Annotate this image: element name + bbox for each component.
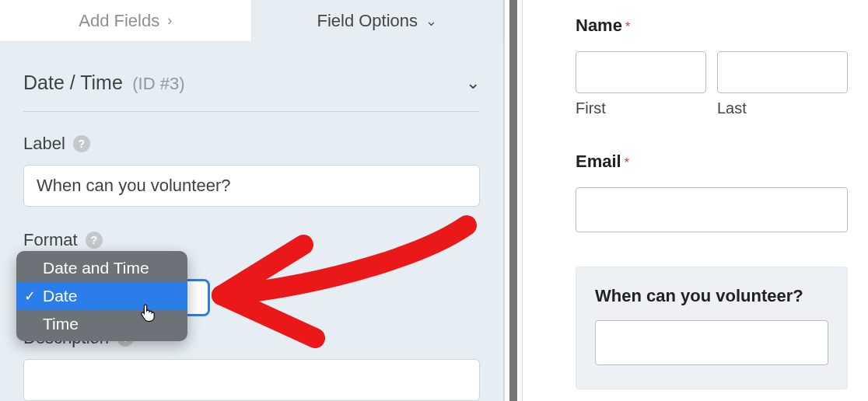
last-name-input[interactable]	[717, 51, 848, 93]
format-option-label: Date and Time	[43, 259, 149, 277]
format-dropdown[interactable]: Date and Time ✓ Date Time	[16, 251, 187, 341]
required-mark: *	[625, 156, 629, 169]
tab-add-fields[interactable]: Add Fields ›	[0, 0, 252, 42]
label-field-group: Label ?	[23, 134, 480, 207]
volunteer-date-input[interactable]	[595, 320, 828, 365]
first-sublabel: First	[576, 99, 706, 117]
section-id: (ID #3)	[132, 74, 184, 93]
last-sublabel: Last	[717, 99, 848, 117]
format-select-edge	[187, 279, 210, 316]
field-options-panel: Add Fields › Field Options ⌄ Date / Time…	[0, 0, 504, 401]
format-field-label: Format	[23, 230, 78, 250]
required-mark: *	[625, 20, 630, 33]
volunteer-field[interactable]: When can you volunteer?	[576, 267, 848, 389]
first-name-input[interactable]	[576, 51, 706, 93]
label-field-label: Label	[23, 134, 65, 154]
format-option-time[interactable]: Time	[16, 310, 187, 338]
collapse-icon: ⌄	[466, 73, 480, 93]
chevron-right-icon: ›	[167, 12, 172, 29]
format-option-label: Time	[43, 315, 79, 333]
check-icon: ✓	[24, 288, 36, 305]
format-option-date[interactable]: ✓ Date	[16, 282, 187, 310]
help-icon[interactable]: ?	[86, 232, 103, 249]
volunteer-label: When can you volunteer?	[595, 286, 803, 305]
help-icon[interactable]: ?	[73, 135, 90, 152]
email-input[interactable]	[576, 187, 848, 232]
section-header[interactable]: Date / Time (ID #3) ⌄	[23, 58, 480, 112]
description-input[interactable]	[23, 359, 480, 401]
form-preview: Name* First Last Email* When can you vol…	[523, 0, 868, 401]
format-option-label: Date	[43, 287, 77, 305]
sidebar-tabs: Add Fields › Field Options ⌄	[0, 0, 503, 42]
format-option-date-and-time[interactable]: Date and Time	[16, 254, 187, 282]
panel-separator[interactable]	[504, 0, 523, 401]
label-input[interactable]	[23, 165, 480, 207]
section-title: Date / Time	[23, 71, 123, 93]
tab-add-fields-label: Add Fields	[79, 11, 159, 31]
name-label: Name	[576, 16, 622, 35]
tab-field-options-label: Field Options	[317, 11, 418, 31]
chevron-down-icon: ⌄	[425, 12, 437, 30]
tab-field-options[interactable]: Field Options ⌄	[252, 0, 504, 42]
name-field: Name* First Last	[576, 16, 848, 117]
format-field-group: Format ? Date and Time ✓ Date Time	[23, 230, 480, 250]
email-field: Email*	[576, 152, 848, 232]
email-label: Email	[576, 152, 621, 171]
